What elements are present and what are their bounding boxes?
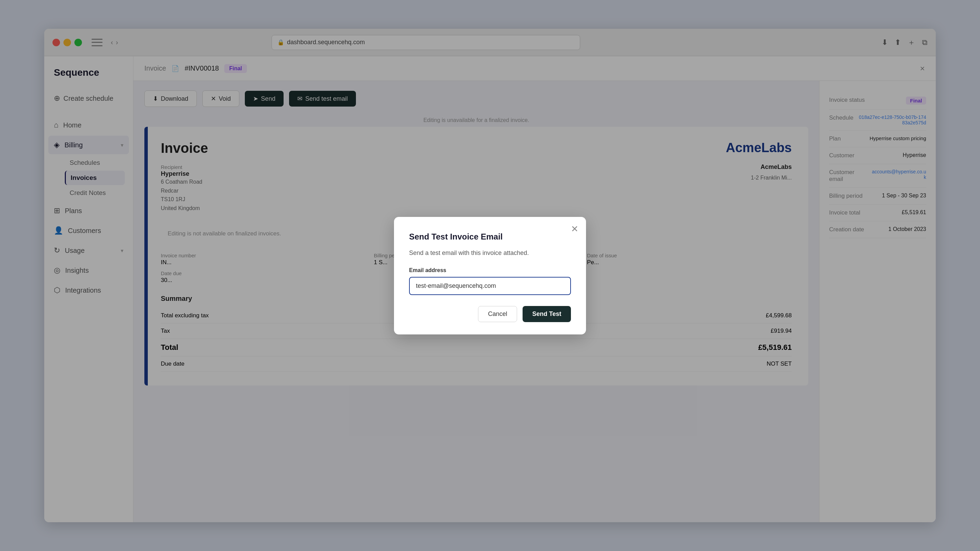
- email-label: Email address: [409, 267, 571, 273]
- modal-description: Send a test email with this invoice atta…: [409, 248, 571, 258]
- modal-close-button[interactable]: ✕: [571, 224, 579, 234]
- modal-actions: Cancel Send Test: [409, 306, 571, 322]
- send-test-modal: ✕ Send Test Invoice Email Send a test em…: [394, 217, 586, 334]
- modal-overlay: ✕ Send Test Invoice Email Send a test em…: [0, 0, 980, 551]
- send-test-button[interactable]: Send Test: [523, 306, 571, 322]
- cancel-button[interactable]: Cancel: [478, 306, 517, 322]
- modal-title: Send Test Invoice Email: [409, 232, 571, 241]
- email-input[interactable]: [409, 277, 571, 295]
